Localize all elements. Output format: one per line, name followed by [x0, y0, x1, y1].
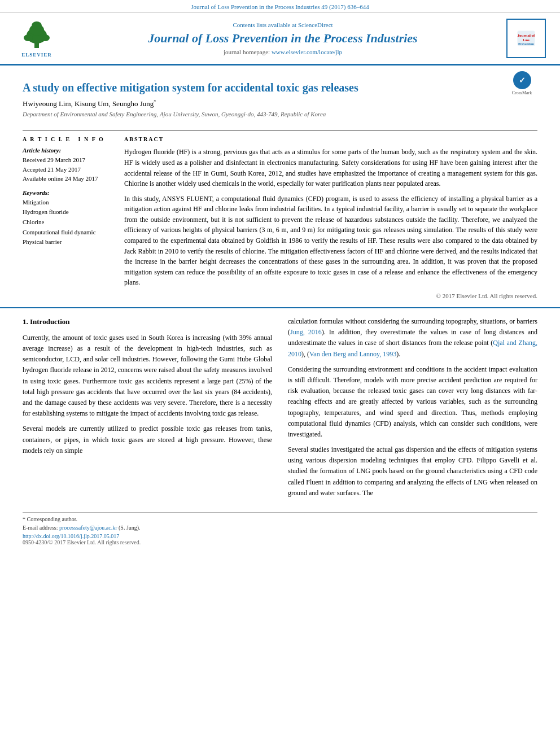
keyword-mitigation: Mitigation — [23, 198, 113, 208]
sciencedirect-link[interactable]: ScienceDirect — [298, 21, 333, 28]
title-row: A study on effective mitigation system f… — [23, 71, 537, 124]
issn-line: 0950-4230/© 2017 Elsevier Ltd. All right… — [23, 539, 537, 545]
keyword-cfd: Computational fluid dynamic — [23, 228, 113, 238]
affiliation: Department of Environmental and Safety E… — [23, 111, 506, 117]
email-label: E-mail address: — [23, 525, 58, 531]
article-info-column: A R T I C L E I N F O Article history: R… — [23, 136, 113, 299]
journal-title-header: Journal of Loss Prevention in the Proces… — [71, 30, 495, 47]
body-col-left: 1. Introduction Currently, the amount of… — [23, 316, 272, 503]
doi-line: http://dx.doi.org/10.1016/j.jlp.2017.05.… — [23, 533, 537, 539]
corresponding-author-note: * Corresponding author. — [23, 516, 537, 522]
crossmark-area: ✓ CrossMark — [506, 71, 537, 95]
keyword-barrier: Physical barrier — [23, 237, 113, 247]
intro-right-p2: Considering the surrounding environment … — [288, 364, 537, 440]
elsevier-label: ELSEVIER — [21, 52, 52, 58]
keywords-label: Keywords: — [23, 189, 113, 196]
article-title: A study on effective mitigation system f… — [23, 80, 506, 95]
available-date: Available online 24 May 2017 — [23, 174, 113, 184]
elsevier-logo-area: ELSEVIER — [11, 20, 62, 58]
journal-homepage: journal homepage: www.elsevier.com/locat… — [71, 49, 495, 55]
svg-point-5 — [41, 34, 50, 41]
homepage-link[interactable]: www.elsevier.com/locate/jlp — [272, 49, 342, 55]
accepted-date: Accepted 21 May 2017 — [23, 165, 113, 174]
journal-citation-text: Journal of Loss Prevention in the Proces… — [191, 3, 369, 10]
received-date: Received 29 March 2017 — [23, 155, 113, 165]
intro-right-p3: Several studies investigated the actual … — [288, 444, 537, 499]
svg-text:Loss: Loss — [523, 38, 530, 42]
intro-p1: Currently, the amount of toxic gases use… — [23, 333, 272, 420]
svg-text:Prevention: Prevention — [518, 42, 535, 46]
journal-citation-bar: Journal of Loss Prevention in the Proces… — [0, 0, 560, 13]
copyright-line: © 2017 Elsevier Ltd. All rights reserved… — [124, 292, 537, 299]
svg-point-4 — [24, 34, 33, 41]
author-star: * — [154, 99, 156, 104]
contents-available-text: Contents lists available at ScienceDirec… — [71, 21, 495, 28]
elsevier-logo: ELSEVIER — [20, 20, 54, 58]
loss-prevention-logo-icon: Journal of Loss Prevention — [515, 30, 537, 47]
svg-point-3 — [32, 21, 42, 29]
info-abstract-section: A R T I C L E I N F O Article history: R… — [23, 130, 537, 299]
intro-heading: 1. Introduction — [23, 316, 272, 328]
keywords-list: Mitigation Hydrogen fluoride Chlorine Co… — [23, 198, 113, 247]
authors: Hwiyeoung Lim, Kisung Um, Seungho Jung* — [23, 99, 506, 108]
footer-area: * Corresponding author. E-mail address: … — [0, 512, 560, 545]
jung-2016-ref[interactable]: Jung, 2016 — [290, 328, 322, 336]
article-history-label: Article history: — [23, 147, 113, 154]
abstract-p2: In this study, ANSYS FLUENT, a computati… — [124, 194, 537, 288]
article-content: A study on effective mitigation system f… — [0, 65, 560, 299]
abstract-label: ABSTRACT — [124, 136, 537, 142]
footer-divider — [23, 512, 537, 513]
journal-header-center: Contents lists available at ScienceDirec… — [71, 21, 495, 56]
body-section: 1. Introduction Currently, the amount of… — [0, 316, 560, 503]
email-line: E-mail address: processsafety@ajou.ac.kr… — [23, 525, 537, 531]
intro-p2: Several models are currently utilized to… — [23, 423, 272, 456]
body-col-right: calculation formulas without considering… — [288, 316, 537, 503]
crossmark-label: CrossMark — [512, 90, 532, 95]
section-divider — [0, 307, 560, 308]
title-block: A study on effective mitigation system f… — [23, 71, 506, 124]
article-history-block: Article history: Received 29 March 2017 … — [23, 147, 113, 184]
svg-text:Journal of: Journal of — [518, 33, 536, 38]
journal-logo-box: Journal of Loss Prevention — [506, 19, 546, 58]
abstract-column: ABSTRACT Hydrogen fluoride (HF) is a str… — [124, 136, 537, 299]
abstract-p1: Hydrogen fluoride (HF) is a strong, perv… — [124, 147, 537, 189]
keywords-block: Keywords: Mitigation Hydrogen fluoride C… — [23, 189, 113, 247]
email-person: (S. Jung). — [119, 525, 141, 531]
journal-header: ELSEVIER Contents lists available at Sci… — [0, 13, 560, 65]
journal-logo-right: Journal of Loss Prevention — [504, 19, 549, 58]
doi-link[interactable]: http://dx.doi.org/10.1016/j.jlp.2017.05.… — [23, 533, 119, 539]
elsevier-tree-icon — [20, 20, 54, 51]
keyword-chlorine: Chlorine — [23, 217, 113, 228]
keyword-hf: Hydrogen fluoride — [23, 207, 113, 217]
author-email[interactable]: processsafety@ajou.ac.kr — [59, 525, 117, 531]
crossmark-icon: ✓ — [513, 71, 531, 89]
abstract-text: Hydrogen fluoride (HF) is a strong, perv… — [124, 147, 537, 288]
van-den-berg-ref[interactable]: Van den Berg and Lannoy, 1993 — [309, 350, 396, 358]
intro-right-p1: calculation formulas without considering… — [288, 316, 537, 360]
article-info-label: A R T I C L E I N F O — [23, 136, 113, 142]
